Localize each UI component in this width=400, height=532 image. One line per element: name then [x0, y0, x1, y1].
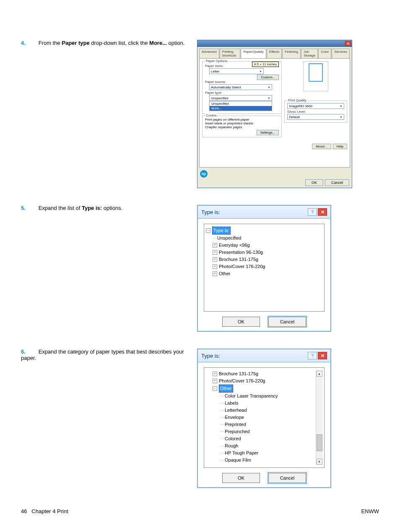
tree-item-photo-cover[interactable]: Photo/Cover 176-220g: [219, 377, 265, 385]
tree-connector: ⋯: [220, 428, 224, 435]
ok-button[interactable]: OK: [305, 179, 323, 186]
t: options.: [102, 205, 122, 211]
t: option.: [167, 40, 185, 46]
tab-color[interactable]: Color: [318, 49, 331, 58]
tree-connector: ⋯: [213, 235, 216, 242]
t: Paper type: [62, 40, 89, 46]
collapse-icon[interactable]: −: [206, 228, 210, 233]
step-6-text: Expand the category of paper types that …: [21, 349, 184, 361]
scroll-down-icon[interactable]: ▼: [317, 459, 322, 465]
tree-item-opaque-film[interactable]: Opaque Film: [225, 457, 251, 464]
scrollbar[interactable]: ▲ ▼: [316, 370, 322, 465]
type-is-dialog-expanded: Type is: ? ✕ +Brochure 131-175g +Photo/C…: [197, 349, 331, 488]
tab-services[interactable]: Services: [332, 49, 350, 58]
tree-root[interactable]: Type is:: [212, 227, 231, 235]
special-item[interactable]: Chapter separator pages: [205, 125, 279, 129]
dd-item-more[interactable]: More...: [210, 106, 272, 111]
tab-job-storage[interactable]: Job Storage: [301, 49, 318, 58]
tree-item-labels[interactable]: Labels: [225, 400, 238, 407]
t: Type is:: [82, 205, 102, 211]
paper-type-label: Paper type:: [205, 91, 279, 95]
v: Automatically Select: [211, 85, 241, 89]
tab-paper-quality[interactable]: Paper/Quality: [241, 49, 266, 58]
step-4-text: From the Paper type drop-down list, clic…: [39, 40, 185, 46]
tree-item-brochure[interactable]: Brochure 131-175g: [219, 370, 258, 377]
type-is-dialog: Type is: ? ✕ −Type is: ⋯Unspecified +Eve…: [197, 205, 331, 332]
gloss-select[interactable]: Default▼: [287, 114, 344, 120]
dialog-title: Type is:: [201, 353, 220, 359]
scroll-up-icon[interactable]: ▲: [317, 371, 322, 377]
paper-type-select[interactable]: Unspecified▼: [209, 95, 272, 101]
step-4-number: 4.: [21, 40, 29, 46]
size-tooltip: 8.5 × 11 inches: [252, 62, 279, 67]
settings-button[interactable]: Settings...: [257, 130, 279, 135]
v: Unspecified: [211, 96, 229, 100]
dialog-title: Type is:: [201, 209, 220, 215]
paper-source-label: Paper source:: [205, 80, 279, 84]
covers-title: Covers: [205, 114, 217, 117]
tree-connector: ⋯: [220, 400, 224, 407]
paper-source-select[interactable]: Automatically Select▼: [209, 84, 272, 90]
t: drop-down list, click the: [90, 40, 149, 46]
tree-connector: ⋯: [220, 442, 224, 449]
t: Expand the list of: [39, 205, 82, 211]
tree-item-other[interactable]: Other: [219, 270, 231, 277]
tree-item-colored[interactable]: Colored: [225, 435, 241, 442]
paper-type-dropdown-open: Unspecified More...: [209, 101, 272, 111]
tree-item-presentation[interactable]: Presentation 96-130g: [219, 249, 263, 256]
tab-advanced[interactable]: Advanced: [199, 49, 219, 58]
help-icon[interactable]: ?: [308, 352, 317, 359]
about-button[interactable]: About...: [312, 144, 331, 149]
tree-item-envelope[interactable]: Envelope: [225, 414, 244, 421]
close-icon[interactable]: ✕: [318, 352, 327, 359]
tab-printing-shortcuts[interactable]: Printing Shortcuts: [220, 49, 241, 58]
tree-item-preprinted[interactable]: Preprinted: [225, 421, 246, 428]
expand-icon[interactable]: +: [213, 264, 217, 269]
tree-connector: ⋯: [220, 393, 224, 400]
collapse-icon[interactable]: −: [213, 386, 217, 391]
tree-item-prepunched[interactable]: Prepunched: [225, 428, 249, 435]
cancel-button[interactable]: Cancel: [325, 179, 349, 186]
tree-item-other[interactable]: Other: [219, 385, 233, 393]
ok-button[interactable]: OK: [222, 317, 260, 327]
custom-button[interactable]: Custom...: [257, 75, 279, 80]
titlebar: ✕: [197, 40, 352, 47]
special-item[interactable]: Insert blank or preprinted sheets: [205, 121, 279, 125]
tree-item-brochure[interactable]: Brochure 131-175g: [219, 256, 258, 263]
expand-icon[interactable]: +: [213, 257, 217, 262]
help-button[interactable]: Help: [333, 144, 347, 149]
expand-icon[interactable]: +: [213, 379, 217, 383]
expand-icon[interactable]: +: [213, 243, 217, 248]
tree-item-transparency[interactable]: Color Laser Transparency: [225, 393, 278, 400]
tree-item-letterhead[interactable]: Letterhead: [225, 407, 247, 414]
tabs: Advanced Printing Shortcuts Paper/Qualit…: [199, 49, 350, 59]
dd-item-unspecified[interactable]: Unspecified: [210, 101, 272, 106]
close-icon[interactable]: ✕: [318, 208, 327, 216]
expand-icon[interactable]: +: [213, 372, 217, 376]
step-5-text: Expand the list of Type is: options.: [39, 205, 123, 211]
paper-size-select[interactable]: Letter▼: [209, 68, 264, 74]
tree-item-hp-tough[interactable]: HP Tough Paper: [225, 449, 258, 457]
expand-icon[interactable]: +: [213, 271, 217, 276]
tree-item-everyday[interactable]: Everyday <96g: [219, 242, 250, 249]
tree-connector: ⋯: [220, 449, 224, 457]
scroll-thumb[interactable]: [317, 434, 322, 451]
close-icon[interactable]: ✕: [345, 41, 351, 46]
tree-item-unspecified[interactable]: Unspecified: [217, 235, 241, 242]
page-preview: [303, 61, 328, 91]
tree-connector: ⋯: [220, 435, 224, 442]
special-item[interactable]: Print pages on different paper: [205, 118, 279, 121]
expand-icon[interactable]: +: [213, 250, 217, 255]
ok-button[interactable]: OK: [222, 473, 260, 483]
print-quality-select[interactable]: ImageREt 3600▼: [287, 103, 344, 109]
help-icon[interactable]: ?: [308, 208, 317, 216]
cancel-button[interactable]: Cancel: [268, 473, 306, 483]
tab-finishing[interactable]: Finishing: [282, 49, 301, 58]
tree-connector: ⋯: [220, 407, 224, 414]
tab-effects[interactable]: Effects: [267, 49, 282, 58]
tree-connector: ⋯: [220, 457, 224, 464]
hp-logo-icon: hp: [200, 170, 208, 178]
tree-item-photo-cover[interactable]: Photo/Cover 176-220g: [219, 263, 265, 270]
cancel-button[interactable]: Cancel: [268, 317, 306, 327]
tree-item-rough[interactable]: Rough: [225, 442, 238, 449]
